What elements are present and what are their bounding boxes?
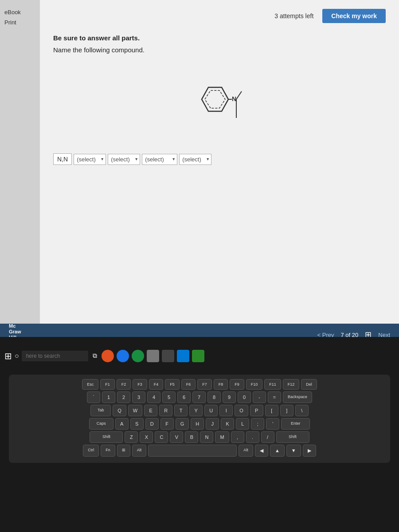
key-f6[interactable]: F6 (181, 379, 196, 390)
key-f4[interactable]: F4 (149, 379, 164, 390)
key-9[interactable]: 9 (223, 391, 236, 403)
key-0[interactable]: 0 (238, 391, 251, 403)
chrome-icon[interactable] (132, 350, 144, 362)
key-r[interactable]: R (159, 405, 172, 416)
dropdown4-wrapper[interactable]: (select) amine amide aniline (179, 154, 211, 165)
dropdown4-select[interactable]: (select) amine amide aniline (179, 154, 211, 165)
key-v[interactable]: V (170, 431, 183, 443)
key-b[interactable]: B (185, 431, 198, 443)
key-q[interactable]: Q (113, 405, 126, 416)
key-f2[interactable]: F2 (117, 379, 131, 390)
key-a[interactable]: A (115, 418, 129, 430)
key-f8[interactable]: F8 (214, 379, 228, 390)
key-capslock[interactable]: Caps (89, 418, 113, 430)
key-minus[interactable]: - (253, 391, 266, 403)
key-f11[interactable]: F11 (264, 379, 281, 390)
key-7[interactable]: 7 (192, 391, 206, 403)
key-f10[interactable]: F10 (246, 379, 263, 390)
key-t[interactable]: T (174, 405, 188, 416)
files-icon[interactable] (147, 350, 159, 362)
dropdown1-select[interactable]: (select) di tri tetra (74, 154, 106, 165)
key-fn[interactable]: Fn (101, 445, 115, 457)
key-f3[interactable]: F3 (133, 379, 147, 390)
key-5[interactable]: 5 (162, 391, 176, 403)
key-alt-l[interactable]: Alt (132, 445, 147, 457)
key-i[interactable]: I (219, 405, 233, 416)
key-o[interactable]: O (235, 405, 248, 416)
key-lbracket[interactable]: [ (265, 405, 278, 416)
key-1[interactable]: 1 (102, 391, 115, 403)
key-space[interactable] (148, 445, 237, 457)
key-del[interactable]: Del (301, 379, 317, 390)
key-z[interactable]: Z (125, 431, 138, 443)
question-text: Name the following compound. (53, 46, 386, 54)
key-semicolon[interactable]: ; (251, 418, 264, 430)
key-d[interactable]: D (145, 418, 159, 430)
key-backslash[interactable]: \ (295, 405, 309, 416)
key-f1[interactable]: F1 (100, 379, 115, 390)
key-n[interactable]: N (200, 431, 213, 443)
key-comma[interactable]: , (231, 431, 244, 443)
key-j[interactable]: J (206, 418, 219, 430)
dropdown2-select[interactable]: (select) methyl ethyl propyl butyl (108, 154, 140, 165)
dropdown2-wrapper[interactable]: (select) methyl ethyl propyl butyl (108, 154, 140, 165)
key-enter[interactable]: Enter (281, 418, 310, 430)
taskbar-search-input[interactable] (22, 351, 88, 361)
dropdown1-wrapper[interactable]: (select) di tri tetra (74, 154, 106, 165)
key-4[interactable]: 4 (147, 391, 160, 403)
key-ctrl-l[interactable]: Ctrl (83, 445, 99, 457)
key-esc[interactable]: Esc (82, 379, 98, 390)
check-my-work-button[interactable]: Check my work (322, 9, 386, 23)
key-equals[interactable]: = (268, 391, 281, 403)
key-rbracket[interactable]: ] (280, 405, 293, 416)
key-u[interactable]: U (204, 405, 218, 416)
key-f12[interactable]: F12 (283, 379, 300, 390)
key-e[interactable]: E (144, 405, 157, 416)
key-arrow-down[interactable]: ▼ (286, 445, 301, 457)
key-w[interactable]: W (128, 405, 142, 416)
key-k[interactable]: K (221, 418, 234, 430)
key-backtick[interactable]: ` (87, 391, 100, 403)
key-3[interactable]: 3 (132, 391, 145, 403)
key-arrow-right[interactable]: ▶ (303, 445, 316, 457)
ebook-link[interactable]: eBook (4, 9, 35, 16)
dropdown3-wrapper[interactable]: (select) aniline benzene toluene phenol (142, 154, 177, 165)
key-2[interactable]: 2 (117, 391, 130, 403)
key-shift-l[interactable]: Shift (90, 431, 123, 443)
key-arrow-left[interactable]: ◀ (255, 445, 268, 457)
task-view-icon[interactable]: ⧉ (93, 352, 97, 360)
firefox-icon[interactable] (102, 350, 114, 362)
key-x[interactable]: X (140, 431, 153, 443)
key-tab[interactable]: Tab (90, 405, 111, 416)
key-p[interactable]: P (250, 405, 263, 416)
mail-icon[interactable] (117, 350, 129, 362)
dropdown3-select[interactable]: (select) aniline benzene toluene phenol (142, 154, 177, 165)
key-c[interactable]: C (155, 431, 168, 443)
key-l[interactable]: L (236, 418, 249, 430)
app-icon[interactable] (192, 350, 204, 362)
key-backspace[interactable]: Backspace (283, 391, 312, 403)
key-slash[interactable]: / (261, 431, 274, 443)
edge-icon[interactable] (177, 350, 189, 362)
key-6[interactable]: 6 (177, 391, 191, 403)
key-8[interactable]: 8 (207, 391, 221, 403)
key-h[interactable]: H (191, 418, 204, 430)
key-f5[interactable]: F5 (165, 379, 180, 390)
key-period[interactable]: . (246, 431, 259, 443)
print-link[interactable]: Print (4, 19, 35, 26)
key-f[interactable]: F (160, 418, 174, 430)
explorer-icon[interactable] (162, 350, 174, 362)
key-f9[interactable]: F9 (230, 379, 244, 390)
key-s[interactable]: S (130, 418, 144, 430)
key-alt-r[interactable]: Alt (239, 445, 253, 457)
asdf-row: Caps A S D F G H J K L ; ' Enter (13, 418, 386, 430)
windows-icon[interactable]: ⊞ (4, 351, 12, 361)
key-arrow-up[interactable]: ▲ (270, 445, 285, 457)
key-y[interactable]: Y (189, 405, 203, 416)
key-win[interactable]: ⊞ (117, 445, 130, 457)
key-quote[interactable]: ' (266, 418, 279, 430)
key-g[interactable]: G (176, 418, 189, 430)
key-f7[interactable]: F7 (197, 379, 212, 390)
key-shift-r[interactable]: Shift (276, 431, 309, 443)
key-m[interactable]: M (215, 431, 229, 443)
